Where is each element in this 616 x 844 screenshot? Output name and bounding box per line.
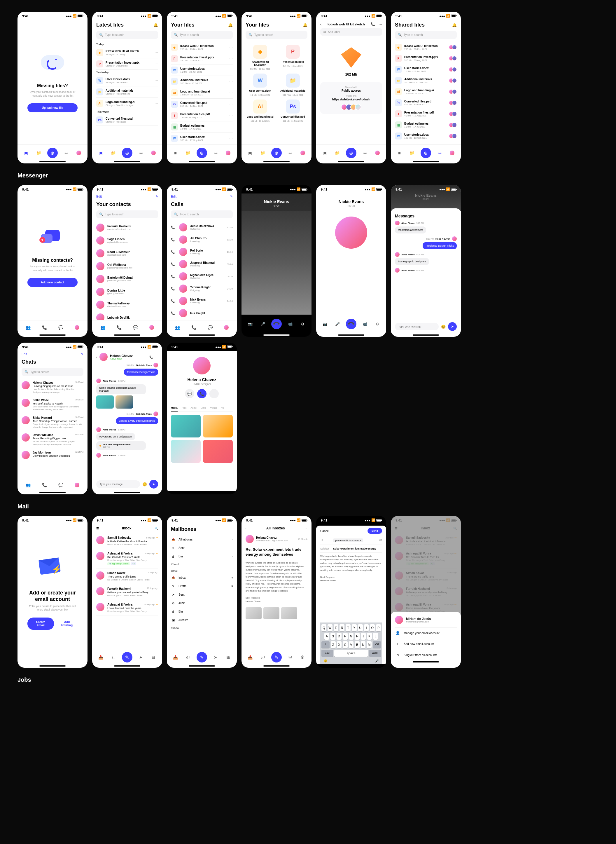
- nav-chats-icon[interactable]: 💬: [57, 481, 65, 489]
- nav-share-icon[interactable]: ⫘: [211, 149, 220, 157]
- mailbox-row[interactable]: 🗑Bin1: [171, 552, 233, 561]
- emoji-icon[interactable]: 😊: [324, 659, 327, 662]
- nav-phone-icon[interactable]: 📞: [40, 323, 48, 332]
- compose-fab[interactable]: ✎: [122, 652, 132, 662]
- key-E[interactable]: E: [334, 624, 339, 631]
- nav-folder-icon[interactable]: 📁: [333, 149, 342, 157]
- nav-home-icon[interactable]: ▣: [396, 149, 404, 157]
- edit-link[interactable]: Edit: [96, 195, 102, 199]
- file-row[interactable]: PsConverted files.psd819 Mb · 14 Nov 202…: [171, 99, 233, 110]
- file-row[interactable]: ⬇Presentation files.pdf4.2 Mb · 11 Aug 2…: [395, 108, 457, 119]
- message-bubble[interactable]: Freelance Design Tricks: [124, 369, 158, 376]
- email-row[interactable]: Simon Kovář7 days agoThere are no traffi…: [395, 569, 457, 584]
- more-icon[interactable]: ⋯: [229, 102, 233, 106]
- nav-avatar[interactable]: [73, 481, 81, 489]
- file-row[interactable]: AiLogo and branding.ai15.4 Mb · 11 Jul 2…: [395, 86, 457, 97]
- nav-phone-icon[interactable]: 📞: [40, 481, 48, 489]
- contact-row[interactable]: Dontae Littlegator@live.com: [96, 285, 158, 298]
- nav-chats-icon[interactable]: 💬: [206, 323, 214, 332]
- compose-icon[interactable]: ✎: [81, 352, 84, 356]
- mic-icon[interactable]: 🎤: [375, 659, 378, 662]
- nav-tag-icon[interactable]: 🏷: [184, 653, 192, 661]
- key-O[interactable]: O: [370, 624, 375, 631]
- nav-avatar[interactable]: [448, 149, 456, 157]
- chat-row[interactable]: Helena Chavez10:13AMLeaving Fingerprints…: [22, 379, 84, 396]
- nav-fab[interactable]: ⊕: [421, 148, 431, 158]
- more-icon[interactable]: ⋯: [229, 68, 233, 72]
- mailbox-row[interactable]: ➤Sent: [171, 590, 233, 599]
- call-icon[interactable]: 📞: [371, 22, 375, 26]
- file-card[interactable]: AiLogo and branding.ai101 Mb · 08 Jul 20…: [246, 100, 275, 122]
- key-F[interactable]: F: [343, 633, 348, 640]
- email-row[interactable]: Samuli Sadovsky1 day ago ↩Is Huda Kattan…: [96, 533, 158, 549]
- nav-share-icon[interactable]: ⫘: [436, 149, 444, 157]
- file-row[interactable]: WUser stories.docxStorage › Documents⋯: [96, 75, 158, 87]
- create-email-button[interactable]: Create Email: [28, 618, 54, 630]
- message-button[interactable]: 💬: [185, 389, 194, 398]
- message-bubble[interactable]: Some graphic designers: [395, 258, 429, 265]
- nav-avatar[interactable]: [148, 323, 156, 332]
- nav-fab[interactable]: ⊕: [271, 148, 282, 158]
- nav-avatar[interactable]: [299, 149, 307, 157]
- nav-folder-icon[interactable]: 📁: [184, 149, 192, 157]
- contact-row[interactable]: Noori El Mansurskoble@msn.com: [96, 247, 158, 260]
- key-U[interactable]: U: [358, 624, 363, 631]
- more-icon[interactable]: ⋯: [229, 91, 233, 95]
- more-icon[interactable]: ⋯: [155, 62, 158, 66]
- bell-icon[interactable]: 🔔: [153, 23, 158, 27]
- search-input[interactable]: 🔍Type to search: [171, 210, 233, 218]
- nav-tag-icon[interactable]: 🏷: [109, 653, 117, 661]
- nav-avatar[interactable]: [224, 149, 232, 157]
- file-row[interactable]: AiLogo and branding.ai14.8 Mb · 06 Jul 2…: [171, 87, 233, 99]
- key-D[interactable]: D: [337, 633, 342, 640]
- key-W[interactable]: W: [327, 624, 333, 631]
- media-item[interactable]: [203, 415, 233, 437]
- key-Z[interactable]: Z: [331, 641, 336, 648]
- add-icon[interactable]: ✎: [155, 195, 158, 199]
- more-button[interactable]: ⋯: [210, 389, 219, 398]
- call-row[interactable]: 📞Jaspreet BhamraiIncoming09:24: [171, 258, 233, 270]
- file-card[interactable]: 📁Additional materials300 Files · 10 Jul …: [278, 74, 307, 96]
- more-icon[interactable]: ⋯: [229, 79, 233, 84]
- file-card[interactable]: PsConverted files.psd800 Mb · 11 Nov 202…: [278, 100, 307, 122]
- space-key[interactable]: space: [334, 650, 368, 657]
- more-icon[interactable]: ⋯: [229, 45, 233, 49]
- compose-fab[interactable]: ✎: [271, 652, 282, 662]
- mailbox-row[interactable]: 📥All inboxes7: [171, 535, 233, 544]
- file-row[interactable]: ⬇Presentation files.pdf13 Mb · 11 Aug 20…: [171, 110, 233, 121]
- search-icon[interactable]: 🔍: [155, 527, 158, 530]
- email-row[interactable]: Ashraqat El Vohra12 days ago ↩I have lea…: [96, 600, 158, 616]
- email-row[interactable]: Samuli Sadovsky1 day ago ↩Is Huda Kattan…: [395, 533, 457, 549]
- file-row[interactable]: ◆IOtask web UI kit.sketch765 Mb · 19 Nov…: [171, 42, 233, 53]
- camera-icon[interactable]: 📷: [246, 320, 254, 328]
- media-item[interactable]: [203, 440, 233, 463]
- nav-grid-icon[interactable]: ▦: [224, 653, 232, 661]
- message-bubble[interactable]: Marketers advertisers: [395, 226, 426, 234]
- nav-grid-icon[interactable]: ▦: [149, 653, 157, 661]
- nav-fab[interactable]: ⊕: [346, 148, 356, 158]
- file-row[interactable]: ▦Budget estimates1.9 Mb · 17 Jul 2021⋯: [171, 121, 233, 133]
- chat-row[interactable]: Sallie Wade10:09AMMicrosoft Looks to Reg…: [22, 396, 84, 414]
- nav-share-icon[interactable]: ⫘: [361, 149, 369, 157]
- contact-row[interactable]: Opi Watihanapgolston@sbcglobal.net: [96, 260, 158, 273]
- more-icon[interactable]: ⋯: [229, 136, 233, 140]
- settings-icon[interactable]: ⚙: [299, 320, 307, 328]
- message-input[interactable]: [395, 323, 439, 330]
- nav-trash-icon[interactable]: 🗑: [299, 653, 307, 661]
- nav-share-icon[interactable]: ⫘: [137, 149, 145, 157]
- key-N[interactable]: N: [361, 641, 366, 648]
- nav-folder-icon[interactable]: 📁: [109, 149, 117, 157]
- call-row[interactable]: 📞Isis Knight: [171, 307, 233, 319]
- search-input[interactable]: 🔍Type to search: [395, 31, 457, 39]
- contact-row[interactable]: Lubomír Dvořák: [96, 311, 158, 320]
- nav-folder-icon[interactable]: 📁: [259, 149, 267, 157]
- key-Q[interactable]: Q: [321, 624, 326, 631]
- more-icon[interactable]: ⋯: [155, 118, 158, 122]
- search-input[interactable]: 🔍Type to search: [96, 31, 158, 39]
- label-input[interactable]: 🏷Add label: [320, 28, 382, 35]
- file-row[interactable]: AiLogo and branding.aiStorage › Graphics…: [96, 98, 158, 109]
- edit-link[interactable]: Edit: [22, 352, 27, 356]
- key-R[interactable]: R: [339, 624, 345, 631]
- mailbox-row[interactable]: 🗑Bin: [171, 607, 233, 616]
- contact-row[interactable]: Thema Fallawaychaikin@msn.com: [96, 298, 158, 311]
